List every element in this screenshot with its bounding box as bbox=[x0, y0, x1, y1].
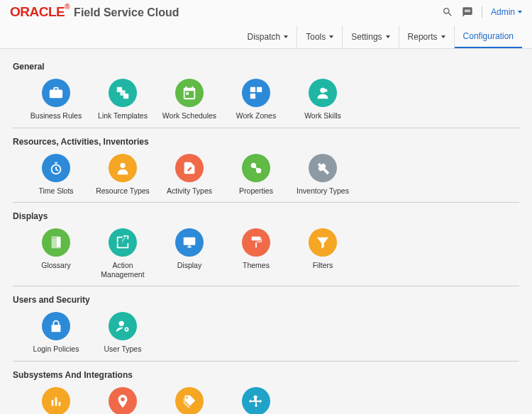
section-divider bbox=[13, 202, 519, 203]
zones-icon bbox=[248, 85, 264, 101]
header-tools: Admin bbox=[442, 6, 522, 18]
tile-routing-profiles[interactable]: Routing Profiles bbox=[89, 384, 156, 414]
svg-rect-14 bbox=[187, 247, 192, 248]
monitor-icon bbox=[182, 235, 197, 250]
tile-display[interactable]: Display bbox=[156, 225, 223, 284]
skills-icon bbox=[315, 85, 331, 101]
nav-settings[interactable]: Settings bbox=[343, 26, 399, 48]
user-menu[interactable]: Admin bbox=[491, 7, 522, 17]
search-icon[interactable] bbox=[442, 6, 453, 18]
section-subsystems-tiles: Statistics Parameters Routing Profiles C… bbox=[13, 384, 519, 414]
tile-statistics-parameters[interactable]: Statistics Parameters bbox=[23, 384, 89, 414]
section-title-displays: Displays bbox=[13, 206, 519, 225]
properties-icon bbox=[248, 160, 264, 176]
svg-rect-8 bbox=[55, 162, 57, 163]
funnel-icon bbox=[315, 235, 331, 250]
tile-label: Display bbox=[177, 261, 201, 270]
tile-label: Login Policies bbox=[33, 345, 79, 354]
section-title-general: General bbox=[13, 56, 519, 76]
svg-rect-20 bbox=[55, 397, 57, 405]
tile-label: Work Skills bbox=[304, 111, 341, 121]
external-link-icon bbox=[115, 235, 131, 250]
tile-time-slots[interactable]: Time Slots bbox=[23, 151, 89, 201]
paint-roller-icon bbox=[248, 235, 264, 250]
lock-icon bbox=[48, 318, 64, 334]
section-users-tiles: Login Policies User Types bbox=[13, 309, 519, 359]
section-resources-tiles: Time Slots Resource Types Activity Types… bbox=[13, 151, 519, 201]
section-general-tiles: Business Rules Link Templates Work Sched… bbox=[13, 76, 519, 126]
link-templates-icon bbox=[115, 85, 131, 101]
tile-label: Activity Types bbox=[167, 186, 212, 196]
tile-action-management[interactable]: Action Management bbox=[89, 225, 156, 284]
section-title-subsystems: Subsystems And Integrations bbox=[13, 364, 519, 384]
tile-label: Time Slots bbox=[38, 186, 73, 196]
chevron-down-icon bbox=[441, 35, 445, 38]
tile-login-policies[interactable]: Login Policies bbox=[23, 309, 89, 359]
brand: ORACLE® Field Service Cloud bbox=[10, 4, 179, 20]
tile-label: Filters bbox=[313, 261, 333, 270]
svg-rect-3 bbox=[250, 87, 255, 92]
tile-filters[interactable]: Filters bbox=[289, 225, 356, 284]
tile-label: Inventory Types bbox=[297, 186, 349, 196]
tags-icon bbox=[182, 393, 197, 409]
svg-rect-2 bbox=[120, 90, 125, 95]
tile-properties[interactable]: Properties bbox=[223, 151, 289, 201]
chat-icon[interactable] bbox=[462, 6, 473, 18]
section-divider bbox=[13, 286, 519, 286]
header: ORACLE® Field Service Cloud Admin Dispat… bbox=[0, 0, 532, 49]
tile-label: Business Rules bbox=[31, 111, 82, 121]
tile-link-templates[interactable]: Link Templates bbox=[89, 76, 156, 126]
oracle-logo: ORACLE® bbox=[10, 4, 70, 20]
calendar-icon bbox=[182, 85, 197, 101]
section-displays-tiles: Glossary Action Management Display Theme… bbox=[13, 225, 519, 284]
nav-reports[interactable]: Reports bbox=[399, 26, 455, 48]
content: General Business Rules Link Templates Wo… bbox=[0, 49, 532, 414]
svg-rect-21 bbox=[59, 402, 61, 406]
svg-rect-13 bbox=[184, 237, 196, 245]
svg-rect-4 bbox=[257, 87, 262, 92]
briefcase-icon bbox=[48, 85, 64, 101]
svg-rect-16 bbox=[252, 237, 261, 241]
svg-rect-15 bbox=[189, 245, 190, 247]
section-title-users: Users and Security bbox=[13, 289, 519, 309]
book-icon bbox=[48, 235, 64, 250]
tile-notifications[interactable]: Notifications bbox=[223, 384, 289, 414]
tile-work-schedules[interactable]: Work Schedules bbox=[156, 76, 223, 126]
tile-label: User Types bbox=[104, 345, 142, 354]
tile-activity-types[interactable]: Activity Types bbox=[156, 151, 223, 201]
chevron-down-icon bbox=[329, 35, 333, 38]
tile-work-zones[interactable]: Work Zones bbox=[223, 76, 289, 126]
product-name: Field Service Cloud bbox=[74, 6, 179, 19]
pencil-doc-icon bbox=[182, 160, 197, 176]
tile-label: Themes bbox=[243, 261, 270, 270]
svg-point-9 bbox=[120, 162, 125, 167]
section-title-resources: Resources, Activities, Inventories bbox=[13, 131, 519, 151]
tile-label: Link Templates bbox=[98, 111, 148, 121]
tile-capacity-categories[interactable]: Capacity Categories bbox=[156, 384, 223, 414]
tile-label: Action Management bbox=[91, 261, 155, 279]
tile-themes[interactable]: Themes bbox=[223, 225, 289, 284]
tile-resource-types[interactable]: Resource Types bbox=[89, 151, 156, 201]
tile-business-rules[interactable]: Business Rules bbox=[23, 76, 89, 126]
svg-rect-12 bbox=[52, 238, 61, 249]
chevron-down-icon bbox=[518, 11, 522, 13]
bar-chart-icon bbox=[48, 393, 64, 409]
tile-label: Work Schedules bbox=[162, 111, 216, 121]
nav-configuration[interactable]: Configuration bbox=[455, 26, 522, 48]
tile-user-types[interactable]: User Types bbox=[89, 309, 156, 359]
tile-label: Work Zones bbox=[236, 111, 276, 121]
svg-point-17 bbox=[119, 321, 124, 326]
map-pin-icon bbox=[115, 393, 131, 409]
stopwatch-icon bbox=[48, 160, 64, 176]
tile-glossary[interactable]: Glossary bbox=[23, 225, 89, 284]
tile-label: Resource Types bbox=[96, 186, 150, 196]
tile-inventory-types[interactable]: Inventory Types bbox=[289, 151, 356, 201]
svg-rect-19 bbox=[52, 400, 54, 405]
person-icon bbox=[115, 160, 131, 176]
nav-tools[interactable]: Tools bbox=[297, 26, 343, 48]
tile-work-skills[interactable]: Work Skills bbox=[289, 76, 356, 126]
tools-icon bbox=[315, 160, 331, 176]
nav-dispatch[interactable]: Dispatch bbox=[239, 26, 298, 48]
section-divider bbox=[13, 361, 519, 362]
section-divider bbox=[13, 128, 519, 128]
